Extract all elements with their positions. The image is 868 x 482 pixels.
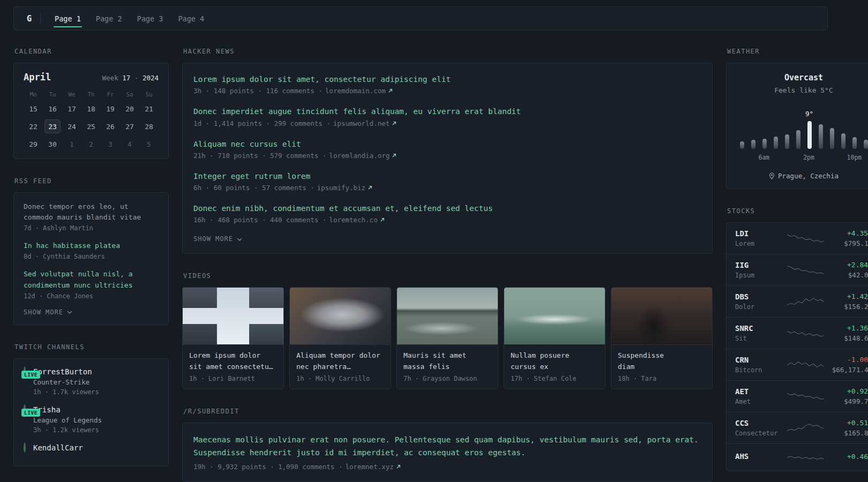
live-badge: LIVE	[21, 371, 40, 379]
weather-time-labels: 6am 2pm 10pm	[740, 154, 868, 162]
subreddit-post-meta: 19h · 9,932 points · 1,090 comments ·lor…	[193, 463, 701, 471]
stock-symbol: AET	[735, 387, 787, 396]
video-title: Mauris sit amet massa felis	[397, 345, 498, 373]
hn-meta-text: 6h · 60 points · 57 comments ·	[193, 184, 315, 192]
hn-domain-link[interactable]: loremdomain.com	[325, 87, 393, 95]
stock-price: $148.64	[844, 334, 868, 342]
weather-card: Overcast Feels like 5°C 9° 6am 2pm 10pm …	[726, 63, 868, 189]
tab-page-3[interactable]: Page 3	[130, 7, 171, 30]
stock-quote: +0.51%$165.84	[844, 419, 868, 437]
calendar-day: 30	[44, 137, 61, 151]
video-card[interactable]: Nullam posuere cursus ex 17h · Stefan Co…	[504, 287, 605, 389]
stock-row[interactable]: CRNBitcorn -1.00%$66,171.48	[727, 349, 868, 380]
post-domain-link[interactable]: loremnet.xyz	[345, 463, 400, 471]
rss-widget: RSS FEED Donec tempor eros leo, ut commo…	[13, 177, 169, 325]
calendar-day: 22	[25, 119, 41, 133]
stock-row[interactable]: AHS +0.46%	[727, 443, 868, 471]
tab-page-2[interactable]: Page 2	[88, 7, 130, 30]
video-card[interactable]: Aliquam tempor dolor nec pharetra… 1h · …	[289, 287, 391, 389]
chevron-down-icon	[237, 238, 242, 241]
video-thumbnail	[504, 288, 605, 345]
tab-page-1[interactable]: Page 1	[47, 7, 88, 30]
weather-bar: 9°	[807, 121, 812, 149]
hn-story-link[interactable]: Integer eget rutrum lorem	[193, 171, 310, 182]
external-link-icon	[392, 121, 396, 126]
hn-show-more-button[interactable]: SHOW MORE	[193, 235, 701, 243]
hn-domain-link[interactable]: loremtech.co	[329, 216, 384, 224]
twitch-widget: TWITCH CHANNELS LIVE ForrestBurton Count…	[13, 343, 169, 466]
hn-meta: 3h · 148 points · 116 comments ·loremdom…	[193, 87, 701, 95]
calendar-day: 2	[83, 137, 99, 151]
stock-symbol: IIG	[735, 261, 787, 269]
hn-domain: ipsumify.biz	[317, 184, 365, 192]
weather-condition: Overcast	[735, 73, 868, 82]
calendar-day: 28	[141, 119, 157, 133]
hn-meta: 21h · 710 points · 579 comments ·loremla…	[193, 152, 701, 160]
calendar-weekday: Mo	[24, 91, 43, 98]
post-meta-text: 19h · 9,932 points · 1,090 comments ·	[193, 463, 342, 471]
stock-row[interactable]: SNRCSit +1.36%$148.64	[727, 317, 868, 349]
stock-row[interactable]: IIGIpsum +2.84%$42.04	[727, 254, 868, 285]
rss-show-more-button[interactable]: SHOW MORE	[24, 308, 159, 316]
stock-id: CRNBitcorn	[735, 356, 787, 374]
avatar-wrap: LIVE	[24, 405, 26, 413]
avatar-wrap	[24, 443, 26, 451]
subreddit-card: Maecenas mollis pulvinar erat non posuer…	[182, 423, 713, 482]
subreddit-widget-title: /R/SUBREDDIT	[183, 408, 713, 415]
channel-game: League of Legends	[33, 416, 102, 424]
twitch-channel-row[interactable]: LIVE ForrestBurton Counter-Strike 1h · 1…	[24, 367, 159, 396]
stock-row[interactable]: DBSDolor +1.42%$156.28	[727, 285, 868, 317]
stock-quote: +0.46%	[847, 453, 868, 463]
rss-article-link[interactable]: Sed volutpat nulla nisl, a condimentum n…	[24, 269, 159, 290]
stock-row[interactable]: LDILorem +4.35%$795.18	[727, 223, 868, 254]
tab-page-4[interactable]: Page 4	[170, 7, 212, 30]
week-number: 17	[122, 74, 130, 82]
calendar-day: 26	[102, 119, 118, 133]
stock-row[interactable]: CCSConsectetur +0.51%$165.84	[727, 412, 868, 443]
stock-sparkline	[787, 421, 824, 435]
video-thumbnail	[397, 288, 498, 345]
stocks-widget: STOCKS LDILorem +4.35%$795.18 IIGIpsum +…	[726, 207, 868, 471]
video-card[interactable]: Lorem ipsum dolor sit amet consectetu… 1…	[182, 287, 284, 389]
stock-sparkline	[787, 263, 824, 277]
chevron-down-icon	[67, 311, 72, 314]
weather-widget-title: WEATHER	[727, 48, 868, 55]
hn-domain-link[interactable]: ipsumworld.net	[333, 119, 396, 127]
stock-row[interactable]: AETAmet +0.92%$499.72	[727, 380, 868, 412]
hn-domain-link[interactable]: ipsumify.biz	[317, 184, 372, 192]
subreddit-widget: /R/SUBREDDIT Maecenas mollis pulvinar er…	[182, 408, 713, 482]
calendar-grid: Mo Tu We Th Fr Sa Su 15 16 17 18 19 20 2…	[24, 91, 159, 151]
stock-price: $42.04	[847, 271, 868, 279]
time-label: 10pm	[847, 154, 862, 161]
twitch-channel-row[interactable]: KendallCarr	[24, 443, 159, 454]
calendar-weekday: Th	[81, 91, 101, 98]
hn-domain-link[interactable]: loremlandia.org	[329, 152, 396, 160]
external-link-icon	[388, 88, 393, 93]
stock-id: CCSConsectetur	[735, 419, 787, 437]
topbar-divider	[40, 13, 41, 24]
calendar-weekday: Su	[139, 91, 159, 98]
calendar-weekday: Fr	[101, 91, 120, 98]
rss-article-link[interactable]: Donec tempor eros leo, ut commodo mauris…	[24, 201, 159, 223]
hn-domain: loremtech.co	[329, 216, 377, 224]
external-link-icon	[380, 217, 385, 222]
channel-info: Trisha League of Legends 3h · 1.2k viewe…	[33, 405, 102, 434]
stock-change: -1.00%	[832, 356, 868, 364]
video-card[interactable]: Mauris sit amet massa felis 7h · Grayson…	[396, 287, 498, 389]
weather-bar	[740, 141, 744, 149]
hn-story-link[interactable]: Donec imperdiet augue tincidunt felis al…	[193, 106, 521, 117]
app-logo[interactable]: G	[23, 14, 36, 24]
weather-bar	[774, 137, 778, 149]
subreddit-post-link[interactable]: Maecenas mollis pulvinar erat non posuer…	[193, 434, 701, 460]
hn-story-link[interactable]: Lorem ipsum dolor sit amet, consectetur …	[193, 74, 451, 85]
calendar-day-selected: 23	[44, 119, 61, 133]
middle-column: HACKER NEWS Lorem ipsum dolor sit amet, …	[182, 48, 713, 482]
rss-article-link[interactable]: In hac habitasse platea	[24, 240, 159, 251]
video-card[interactable]: Suspendisse diam 18h · Tara	[611, 287, 713, 389]
hn-story-link[interactable]: Donec enim nibh, condimentum et accumsan…	[193, 203, 493, 214]
hn-story-link[interactable]: Aliquam nec cursus elit	[193, 139, 301, 149]
live-badge: LIVE	[21, 409, 40, 417]
stock-id: LDILorem	[735, 229, 787, 247]
twitch-channel-row[interactable]: LIVE Trisha League of Legends 3h · 1.2k …	[24, 405, 159, 434]
channel-meta: 3h · 1.2k viewers	[33, 426, 102, 434]
